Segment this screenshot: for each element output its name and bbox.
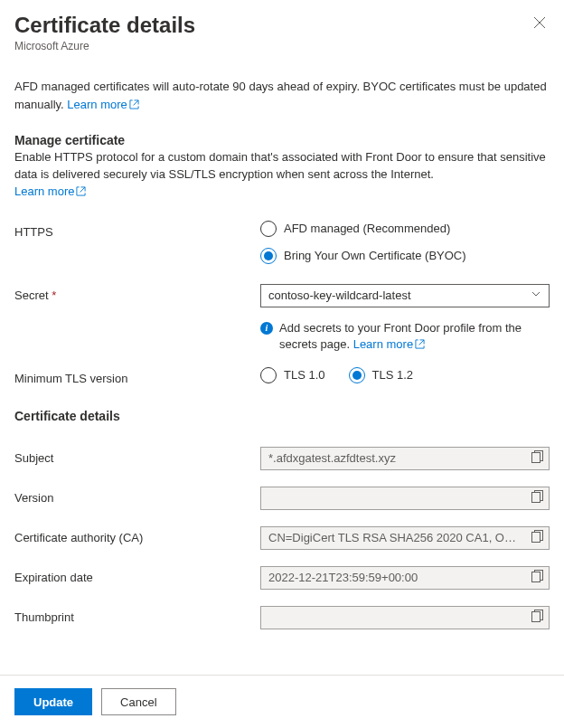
footer: Update Cancel	[0, 675, 564, 728]
svg-rect-1	[532, 453, 540, 463]
copy-icon	[531, 490, 543, 503]
tls-10-radio[interactable]: TLS 1.0	[260, 367, 325, 383]
copy-icon	[531, 530, 543, 543]
cancel-button[interactable]: Cancel	[101, 688, 175, 715]
expiration-field: 2022-12-21T23:59:59+00:00	[260, 566, 550, 590]
ca-value: CN=DigiCert TLS RSA SHA256 2020 CA1, O…	[268, 531, 526, 544]
intro-learn-more-link[interactable]: Learn more	[67, 98, 138, 111]
radio-icon	[260, 367, 277, 383]
https-byoc-radio[interactable]: Bring Your Own Certificate (BYOC)	[260, 248, 550, 264]
close-button[interactable]	[530, 13, 550, 35]
thumbprint-label: Thumbprint	[14, 606, 260, 624]
radio-icon	[260, 248, 277, 264]
copy-icon	[531, 570, 543, 582]
copy-button[interactable]	[531, 490, 543, 506]
manage-cert-heading: Manage certificate	[14, 133, 550, 147]
radio-label: Bring Your Own Certificate (BYOC)	[284, 249, 466, 262]
svg-rect-7	[532, 572, 540, 582]
info-icon: i	[260, 322, 273, 335]
secret-dropdown[interactable]: contoso-key-wildcard-latest	[260, 284, 550, 307]
version-field	[260, 487, 550, 510]
version-label: Version	[14, 487, 260, 505]
required-indicator: *	[52, 288, 56, 302]
expiration-label: Expiration date	[14, 566, 260, 584]
copy-icon	[531, 450, 543, 463]
radio-label: TLS 1.0	[284, 368, 325, 382]
https-label: HTTPS	[14, 221, 260, 239]
expiration-value: 2022-12-21T23:59:59+00:00	[268, 571, 526, 584]
manage-cert-desc-block: Enable HTTPS protocol for a custom domai…	[14, 149, 550, 201]
manage-cert-desc: Enable HTTPS protocol for a custom domai…	[14, 150, 546, 181]
tls-12-radio[interactable]: TLS 1.2	[349, 367, 414, 383]
close-icon	[533, 16, 546, 29]
svg-rect-3	[532, 493, 540, 503]
cert-details-heading: Certificate details	[14, 409, 550, 423]
thumbprint-field	[260, 606, 550, 629]
radio-label: AFD managed (Recommended)	[284, 222, 450, 235]
chevron-down-icon	[531, 288, 541, 302]
subject-field: *.afdxgatest.azfdtest.xyz	[260, 447, 550, 470]
copy-button[interactable]	[531, 610, 543, 625]
copy-button[interactable]	[531, 570, 543, 585]
svg-rect-5	[532, 533, 540, 543]
panel-subtitle: Microsoft Azure	[14, 40, 195, 52]
copy-icon	[531, 610, 543, 622]
svg-rect-9	[532, 612, 540, 622]
https-afd-managed-radio[interactable]: AFD managed (Recommended)	[260, 221, 550, 237]
subject-value: *.afdxgatest.azfdtest.xyz	[268, 451, 526, 465]
secret-label: Secret	[14, 288, 49, 302]
update-button[interactable]: Update	[14, 688, 92, 715]
secret-learn-more-link[interactable]: Learn more	[353, 337, 425, 351]
ca-field: CN=DigiCert TLS RSA SHA256 2020 CA1, O…	[260, 526, 550, 550]
secret-info-row: i Add secrets to your Front Door profile…	[260, 320, 550, 353]
radio-icon	[260, 221, 277, 237]
secret-selected-value: contoso-key-wildcard-latest	[268, 288, 411, 302]
external-link-icon	[127, 98, 139, 111]
tls-label: Minimum TLS version	[14, 367, 260, 385]
radio-label: TLS 1.2	[372, 368, 414, 382]
ca-label: Certificate authority (CA)	[14, 526, 260, 544]
external-link-icon	[413, 337, 425, 351]
radio-icon	[349, 367, 365, 383]
external-link-icon	[74, 184, 86, 198]
intro-text-block: AFD managed certificates will auto-rotat…	[14, 78, 550, 113]
panel-title: Certificate details	[14, 13, 195, 38]
manage-learn-more-link[interactable]: Learn more	[14, 184, 86, 198]
copy-button[interactable]	[531, 530, 543, 545]
subject-label: Subject	[14, 447, 260, 465]
copy-button[interactable]	[531, 450, 543, 466]
